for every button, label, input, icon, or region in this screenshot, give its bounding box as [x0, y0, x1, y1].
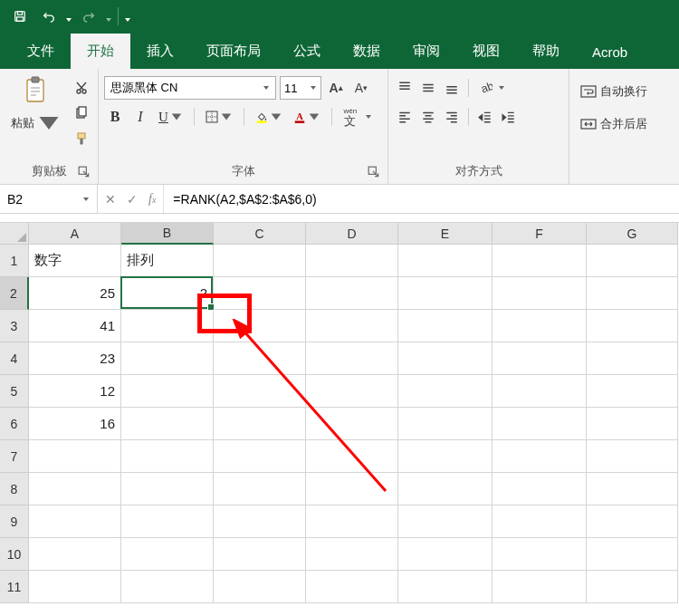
cell[interactable]	[214, 538, 306, 571]
cell[interactable]: 16	[29, 408, 121, 440]
paste-button[interactable]: 粘贴	[5, 72, 67, 141]
cell[interactable]	[121, 538, 214, 571]
column-header[interactable]: D	[306, 223, 398, 245]
column-header[interactable]: E	[398, 223, 493, 245]
font-launcher-icon[interactable]	[368, 166, 380, 178]
cell[interactable]	[306, 408, 398, 440]
cell[interactable]	[493, 440, 587, 473]
cell[interactable]	[587, 505, 678, 538]
cell[interactable]	[398, 277, 493, 310]
cell[interactable]	[306, 440, 398, 473]
cell[interactable]	[493, 408, 587, 440]
cell[interactable]	[306, 538, 398, 571]
row-header[interactable]: 6	[0, 408, 29, 440]
cell[interactable]	[121, 473, 214, 505]
redo-dropdown-icon[interactable]	[105, 13, 112, 20]
row-header[interactable]: 11	[0, 571, 29, 603]
row-header[interactable]: 4	[0, 342, 29, 375]
tab-view[interactable]: 视图	[456, 34, 516, 69]
orientation-button[interactable]: ab	[474, 76, 496, 100]
row-header[interactable]: 10	[0, 538, 29, 571]
cell[interactable]: 排列	[121, 245, 214, 277]
cell[interactable]	[398, 245, 493, 277]
shrink-font-button[interactable]: A▾	[350, 76, 372, 100]
cell[interactable]	[214, 440, 306, 473]
cell[interactable]	[587, 440, 678, 473]
cell[interactable]	[493, 310, 587, 342]
cell[interactable]	[587, 310, 678, 342]
cell[interactable]	[493, 571, 587, 603]
cell[interactable]	[29, 571, 121, 603]
fx-button[interactable]: fx	[148, 192, 156, 207]
align-top-button[interactable]	[394, 76, 416, 100]
cell[interactable]	[398, 571, 493, 603]
font-name-input[interactable]: 思源黑体 CN	[104, 76, 276, 100]
align-left-button[interactable]	[394, 105, 416, 129]
tab-insert[interactable]: 插入	[130, 34, 190, 69]
cell[interactable]	[121, 505, 214, 538]
column-header[interactable]: A	[29, 223, 121, 245]
select-all-button[interactable]	[0, 223, 29, 245]
row-header[interactable]: 2	[0, 277, 29, 310]
grow-font-button[interactable]: A▴	[325, 76, 347, 100]
phonetic-button[interactable]: wén文	[340, 105, 361, 129]
cell[interactable]	[214, 375, 306, 408]
cell[interactable]	[398, 473, 493, 505]
cell[interactable]	[587, 342, 678, 375]
cell[interactable]	[493, 505, 587, 538]
column-header[interactable]: C	[214, 223, 306, 245]
font-size-input[interactable]: 11	[280, 76, 321, 100]
cell[interactable]	[398, 310, 493, 342]
cut-button[interactable]	[71, 78, 92, 98]
cell[interactable]	[121, 375, 214, 408]
cell[interactable]: 12	[29, 375, 121, 408]
column-header[interactable]: B	[121, 223, 214, 245]
cell[interactable]	[306, 375, 398, 408]
cell[interactable]	[214, 473, 306, 505]
border-button[interactable]	[202, 105, 236, 129]
cell[interactable]	[306, 310, 398, 342]
cell[interactable]: 数字	[29, 245, 121, 277]
cell[interactable]	[587, 408, 678, 440]
column-header[interactable]: F	[493, 223, 587, 245]
cell[interactable]	[493, 245, 587, 277]
wrap-text-button[interactable]: 自动换行	[575, 82, 653, 101]
cell[interactable]	[493, 277, 587, 310]
merge-center-button[interactable]: 合并后居	[575, 114, 653, 134]
row-header[interactable]: 3	[0, 310, 29, 342]
cell[interactable]	[214, 342, 306, 375]
row-header[interactable]: 1	[0, 245, 29, 277]
cell[interactable]	[493, 538, 587, 571]
cell[interactable]	[121, 440, 214, 473]
tab-acrobat[interactable]: Acrob	[576, 35, 644, 69]
align-center-button[interactable]	[417, 105, 439, 129]
fill-handle[interactable]	[207, 303, 215, 311]
cell[interactable]	[214, 245, 306, 277]
cell[interactable]	[306, 505, 398, 538]
cell[interactable]	[398, 408, 493, 440]
tab-home[interactable]: 开始	[71, 34, 130, 69]
cancel-formula-button[interactable]: ✕	[105, 192, 116, 207]
cell[interactable]: 23	[29, 342, 121, 375]
redo-button[interactable]	[76, 4, 101, 29]
cell[interactable]	[121, 408, 214, 440]
font-color-button[interactable]: A	[290, 105, 324, 129]
copy-button[interactable]	[71, 103, 92, 123]
formula-input[interactable]: =RANK(A2,$A$2:$A$6,0)	[164, 185, 679, 213]
row-header[interactable]: 9	[0, 505, 29, 538]
cell[interactable]	[587, 245, 678, 277]
cell[interactable]	[493, 342, 587, 375]
cell[interactable]	[214, 310, 306, 342]
tab-layout[interactable]: 页面布局	[190, 34, 277, 69]
name-box[interactable]: B2	[0, 185, 98, 213]
tab-data[interactable]: 数据	[337, 34, 397, 69]
cell[interactable]	[587, 375, 678, 408]
tab-formulas[interactable]: 公式	[277, 34, 337, 69]
underline-button[interactable]: U	[155, 105, 186, 129]
cell[interactable]: 25	[29, 277, 121, 310]
align-middle-button[interactable]	[417, 76, 439, 100]
increase-indent-button[interactable]	[498, 105, 520, 129]
cell[interactable]	[29, 505, 121, 538]
row-header[interactable]: 8	[0, 473, 29, 505]
cell[interactable]	[29, 440, 121, 473]
